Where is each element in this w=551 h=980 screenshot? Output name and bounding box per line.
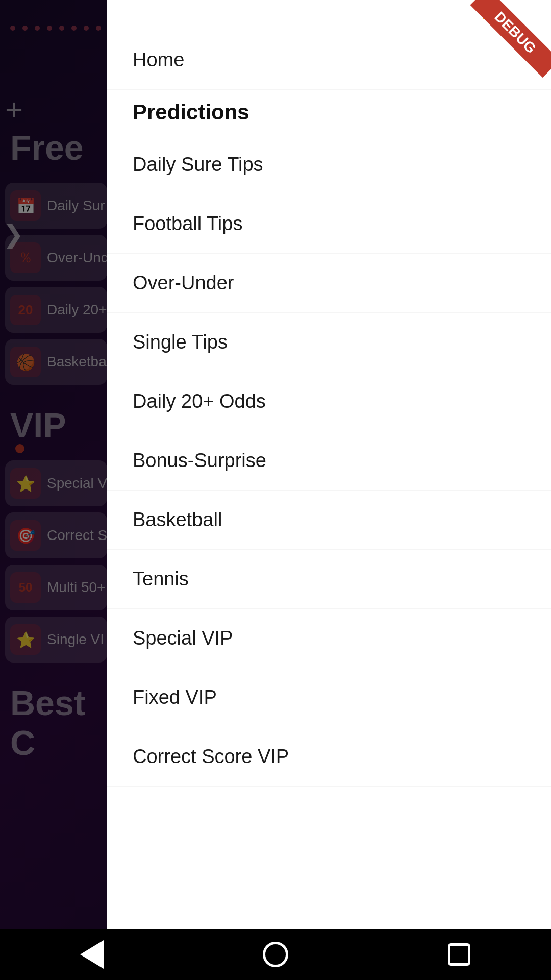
svg-point-0 (441, 20, 444, 23)
debug-label: DEBUG (470, 0, 551, 78)
menu-item-correct-score-vip[interactable]: Correct Score VIP (107, 727, 551, 787)
nav-recent-button[interactable] (439, 934, 480, 975)
menu-item-daily-sure-tips[interactable]: Daily Sure Tips (107, 135, 551, 194)
menu-item-fixed-vip[interactable]: Fixed VIP (107, 668, 551, 727)
nav-back-button[interactable] (71, 934, 112, 975)
status-bar: ⚡ 9:06 (0, 0, 551, 31)
svg-rect-1 (459, 17, 462, 24)
wifi-icon (432, 7, 453, 23)
menu-section-predictions[interactable]: Predictions (107, 90, 551, 135)
menu-item-single-tips[interactable]: Single Tips (107, 313, 551, 372)
home-circle-icon (263, 942, 288, 967)
bottom-navigation (0, 929, 551, 980)
recent-square-icon (448, 943, 470, 966)
svg-rect-2 (464, 13, 467, 24)
menu-item-football-tips[interactable]: Football Tips (107, 194, 551, 254)
nav-home-button[interactable] (255, 934, 296, 975)
back-arrow-icon (80, 940, 104, 969)
debug-banner: DEBUG (469, 0, 551, 82)
menu-item-bonus-surprise[interactable]: Bonus-Surprise (107, 431, 551, 491)
menu-item-tennis[interactable]: Tennis (107, 550, 551, 609)
menu-item-daily-20-odds[interactable]: Daily 20+ Odds (107, 372, 551, 431)
navigation-drawer: Home Predictions Daily Sure Tips Footbal… (107, 0, 551, 980)
menu-item-basketball[interactable]: Basketball (107, 491, 551, 550)
menu-item-over-under[interactable]: Over-Under (107, 254, 551, 313)
menu-item-special-vip[interactable]: Special VIP (107, 609, 551, 668)
